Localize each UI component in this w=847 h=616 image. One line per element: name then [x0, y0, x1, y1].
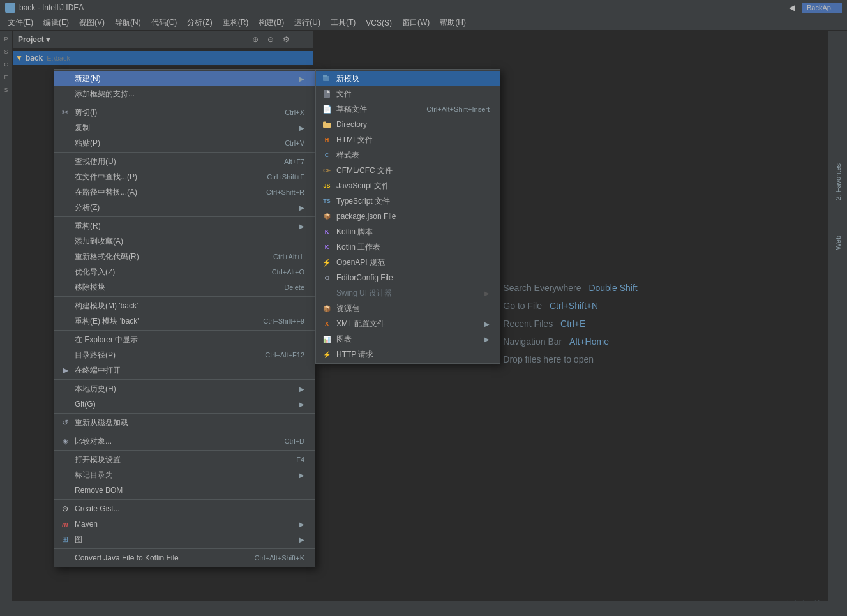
ctx-sub-resourcebundle[interactable]: 📦 资源包: [316, 301, 500, 316]
menu-item-refactor[interactable]: 重构(R): [218, 16, 254, 29]
ctx-sub-swingui-arrow: ▶: [484, 290, 490, 297]
ctx-creategist-label: Create Gist...: [75, 504, 120, 513]
ctx-sub-file[interactable]: 文件: [316, 86, 500, 101]
menu-item-vcs[interactable]: VCS(S): [361, 17, 397, 29]
ctx-sub-httprequest[interactable]: ⚡ HTTP 请求: [316, 347, 500, 362]
structure-btn[interactable]: S: [1, 46, 12, 57]
kotlin-icon: K: [321, 229, 333, 235]
ctx-addtofav[interactable]: 添加到收藏(A): [54, 234, 315, 249]
nav-btn[interactable]: ◀: [789, 3, 795, 12]
ctx-findinfiles[interactable]: 在文件中查找...(P) Ctrl+Shift+F: [54, 169, 315, 184]
ctx-paste-label: 粘贴(P): [75, 138, 100, 149]
ctx-compare[interactable]: ◈ 比较对象... Ctrl+D: [54, 433, 315, 449]
ctx-git[interactable]: Git(G) ▶: [54, 396, 315, 412]
ctx-add-framework-label: 添加框架的支持...: [75, 89, 135, 100]
menu-item-code[interactable]: 代码(C): [146, 16, 183, 29]
context-menu-left: 新建(N) ▶ 添加框架的支持... ✂ 剪切(I) Ctrl+X 复制 ▶ 粘…: [54, 69, 315, 567]
ctx-sub-scratch[interactable]: 📄 草稿文件 Ctrl+Alt+Shift+Insert: [316, 101, 500, 117]
ctx-sub-diagram-arrow: ▶: [484, 336, 490, 343]
ctx-sub-newmodule[interactable]: 新模块: [316, 71, 500, 86]
menu-item-run[interactable]: 运行(U): [289, 16, 326, 29]
ctx-paste[interactable]: 粘贴(P) Ctrl+V: [54, 135, 315, 151]
ctx-sub-cfmlfile[interactable]: CF CFML/CFC 文件: [316, 163, 500, 178]
ctx-copypath[interactable]: 目录路径(P) Ctrl+Alt+F12: [54, 347, 315, 363]
ctx-removebom[interactable]: Remove BOM: [54, 483, 315, 498]
tree-root-node[interactable]: ▼ back E:\back: [13, 51, 313, 65]
ctx-sub-editorconfig-label: EditorConfig File: [336, 273, 393, 282]
ctx-sub-directory[interactable]: Directory: [316, 117, 500, 132]
ctx-openinexplorer[interactable]: 在 Explorer 中显示: [54, 332, 315, 347]
project-tool-window-btn[interactable]: P: [1, 33, 12, 45]
menu-item-window[interactable]: 窗口(W): [397, 16, 435, 29]
sep7: [54, 413, 315, 414]
ctx-sub-htmlfile[interactable]: H HTML文件: [316, 132, 500, 147]
menu-item-view[interactable]: 视图(V): [74, 16, 110, 29]
ctx-buildmodule[interactable]: 构建模块(M) 'back': [54, 298, 315, 313]
ctx-terminal[interactable]: ▶ 在终端中打开: [54, 363, 315, 378]
ctx-sub-pkgjson[interactable]: 📦 package.json File: [316, 209, 500, 224]
ctx-sub-stylesheet-label: 样式表: [336, 150, 359, 161]
ctx-sub-stylesheet[interactable]: C 样式表: [316, 147, 500, 163]
web-label[interactable]: Web: [834, 230, 842, 255]
ctx-rebuildmodule[interactable]: 重构(E) 模块 'back' Ctrl+Shift+F9: [54, 313, 315, 329]
ctx-creategist[interactable]: ⊙ Create Gist...: [54, 501, 315, 516]
ctx-sub-xmlconfig-label: XML 配置文件: [336, 319, 385, 329]
http-icon: ⚡: [321, 351, 333, 358]
ctx-refactor[interactable]: 重构(R) ▶: [54, 218, 315, 234]
compare-icon: ◈: [59, 437, 71, 446]
ctx-reformat[interactable]: 重新格式化代码(R) Ctrl+Alt+L: [54, 249, 315, 264]
cut-icon: ✂: [59, 108, 71, 117]
ctx-add-framework[interactable]: 添加框架的支持...: [54, 86, 315, 101]
ctx-sub-kotlinscript[interactable]: K Kotlin 脚本: [316, 224, 500, 239]
locate-btn[interactable]: ⊕: [249, 33, 262, 46]
ctx-sub-xmlconfig[interactable]: X XML 配置文件 ▶: [316, 316, 500, 331]
ctx-copy[interactable]: 复制 ▶: [54, 120, 315, 135]
ctx-removemodule[interactable]: 移除模块 Delete: [54, 280, 315, 295]
ctx-markdirectory[interactable]: 标记目录为 ▶: [54, 467, 315, 483]
ctx-opensettings[interactable]: 打开模块设置 F4: [54, 452, 315, 467]
menu-item-edit[interactable]: 编辑(E): [38, 16, 74, 29]
ctx-maven[interactable]: m Maven ▶: [54, 516, 315, 532]
ctx-analyze[interactable]: 分析(Z) ▶: [54, 200, 315, 215]
ctx-sub-kotlinworksheet[interactable]: K Kotlin 工作表: [316, 239, 500, 255]
ctx-sub-diagramitem-label: 图表: [336, 334, 352, 345]
ctx-sub-directory-label: Directory: [336, 120, 367, 129]
ctx-optimizeimports[interactable]: 优化导入(Z) Ctrl+Alt+O: [54, 264, 315, 280]
commit-btn[interactable]: C: [1, 59, 12, 70]
ctx-findusages-label: 查找使用(U): [75, 156, 116, 167]
sep11: [54, 548, 315, 549]
ctx-rebuildmodule-label: 重构(E) 模块 'back': [75, 316, 139, 327]
menu-item-navigate[interactable]: 导航(N): [110, 16, 146, 29]
collapse-btn[interactable]: ⊖: [264, 33, 277, 46]
ctx-cut[interactable]: ✂ 剪切(I) Ctrl+X: [54, 105, 315, 120]
ext-btn[interactable]: E: [1, 71, 12, 83]
ctx-sub-openapi[interactable]: ⚡ OpenAPI 规范: [316, 255, 500, 270]
scr-btn[interactable]: S: [1, 84, 12, 96]
ctx-copy-arrow: ▶: [299, 124, 304, 131]
ctx-sub-jsfile[interactable]: JS JavaScript 文件: [316, 178, 500, 193]
favorites-label[interactable]: 2: Favorites: [834, 158, 842, 205]
menu-item-file[interactable]: 文件(E): [3, 16, 38, 29]
title-bar: back - IntelliJ IDEA ◀ BackAp...: [0, 0, 847, 15]
ctx-replaceinpath[interactable]: 在路径中替换...(A) Ctrl+Shift+R: [54, 184, 315, 200]
diagram-icon: ⊞: [59, 535, 71, 544]
ctx-findusages[interactable]: 查找使用(U) Alt+F7: [54, 154, 315, 169]
menu-item-help[interactable]: 帮助(H): [435, 16, 471, 29]
ctx-diagram[interactable]: ⊞ 图 ▶: [54, 532, 315, 547]
ctx-reloadfromdisk[interactable]: ↺ 重新从磁盘加载: [54, 415, 315, 430]
ctx-sub-editorconfig[interactable]: ⚙ EditorConfig File: [316, 270, 500, 285]
ctx-new[interactable]: 新建(N) ▶: [54, 71, 315, 86]
ctx-sub-tsfile[interactable]: TS TypeScript 文件: [316, 193, 500, 209]
hide-btn[interactable]: —: [295, 33, 308, 46]
ctx-sub-diagramitem[interactable]: 📊 图表 ▶: [316, 331, 500, 347]
backapp-btn[interactable]: BackAp...: [802, 3, 842, 13]
ctx-replaceinpath-shortcut: Ctrl+Shift+R: [266, 188, 304, 196]
menu-item-tools[interactable]: 工具(T): [326, 16, 361, 29]
menu-item-analyze[interactable]: 分析(Z): [182, 16, 217, 29]
gist-icon: ⊙: [59, 504, 71, 513]
ctx-localhistory[interactable]: 本地历史(H) ▶: [54, 381, 315, 396]
menu-item-build[interactable]: 构建(B): [253, 16, 289, 29]
ctx-convertjava[interactable]: Convert Java File to Kotlin File Ctrl+Al…: [54, 550, 315, 566]
ctx-sub-scratch-shortcut: Ctrl+Alt+Shift+Insert: [426, 105, 490, 113]
settings-icon[interactable]: ⚙: [280, 33, 292, 46]
